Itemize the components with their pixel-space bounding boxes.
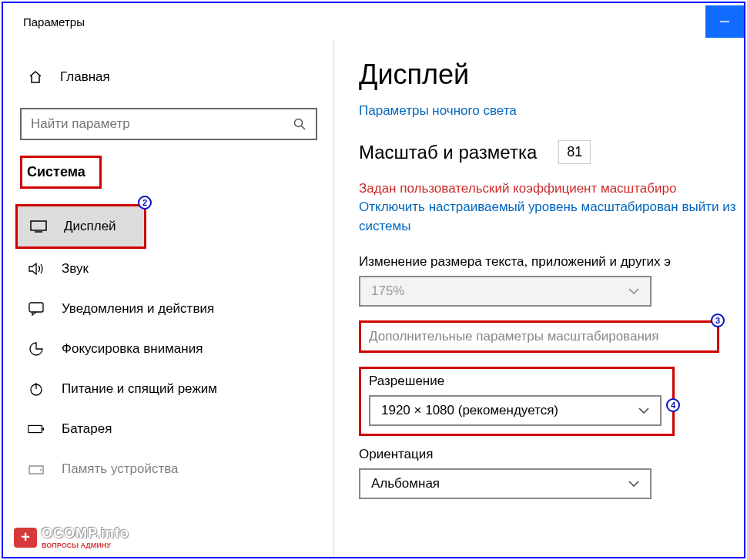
page-title: Дисплей [359, 59, 744, 91]
home-icon [28, 69, 43, 85]
night-light-link[interactable]: Параметры ночного света [359, 103, 744, 119]
sidebar-item-label: Память устройства [62, 461, 179, 477]
sidebar-item-label: Фокусировка внимания [62, 341, 203, 357]
search-input[interactable] [20, 108, 317, 140]
watermark: + OCOMP.info ВОПРОСЫ АДМИНУ [14, 525, 129, 549]
svg-line-2 [302, 126, 306, 130]
scale-value-input[interactable]: 81 [558, 140, 591, 164]
home-link[interactable]: Главная [20, 69, 333, 85]
sidebar-item-label: Батарея [62, 421, 112, 437]
watermark-line2: ВОПРОСЫ АДМИНУ [42, 542, 129, 549]
svg-rect-3 [31, 221, 46, 230]
focus-icon [28, 341, 45, 357]
minimize-button[interactable] [705, 5, 744, 38]
annotation-badge-3: 3 [711, 314, 725, 327]
settings-window: Параметры Главная Система [2, 2, 745, 558]
notifications-icon [28, 302, 45, 316]
sound-icon [28, 262, 45, 276]
storage-icon [28, 463, 45, 475]
svg-rect-8 [28, 425, 42, 432]
svg-point-1 [295, 119, 303, 127]
main-panel: Дисплей Параметры ночного света Масштаб … [334, 40, 744, 557]
scale-select-value: 175% [371, 283, 404, 299]
sidebar-item-focus[interactable]: Фокусировка внимания [3, 329, 317, 369]
resolution-select[interactable]: 1920 × 1080 (рекомендуется) [369, 395, 662, 426]
chevron-down-icon [638, 407, 649, 414]
search-icon [293, 117, 307, 131]
annotation-badge-4: 4 [666, 398, 680, 412]
svg-rect-9 [42, 428, 44, 431]
watermark-line1: OCOMP.info [42, 525, 129, 542]
scale-header-row: Масштаб и разметка 81 [359, 140, 744, 164]
home-label: Главная [60, 69, 110, 85]
resolution-group: Разрешение 1920 × 1080 (рекомендуется) 4 [359, 367, 675, 436]
window-title: Параметры [23, 15, 85, 29]
battery-icon [28, 424, 45, 434]
scale-warning: Задан пользовательский коэффициент масшт… [359, 181, 744, 196]
watermark-text: OCOMP.info ВОПРОСЫ АДМИНУ [42, 525, 129, 549]
advanced-scaling-link[interactable]: Дополнительные параметры масштабирования… [359, 320, 719, 353]
orientation-select-value: Альбомная [371, 476, 440, 491]
sidebar-item-display[interactable]: Дисплей 2 [15, 204, 146, 249]
watermark-icon: + [14, 528, 37, 548]
display-icon [30, 220, 47, 233]
resize-label: Изменение размера текста, приложений и д… [359, 254, 744, 270]
search-field[interactable] [31, 116, 293, 132]
power-icon [28, 381, 45, 397]
sidebar-item-storage[interactable]: Память устройства [3, 449, 317, 489]
chevron-down-icon [628, 288, 639, 294]
sidebar-section-system: Система [20, 156, 102, 189]
content-area: Главная Система Дисплей 2 Звук [3, 40, 744, 557]
orientation-select[interactable]: Альбомная [359, 468, 652, 499]
sidebar-item-power[interactable]: Питание и спящий режим [3, 369, 317, 409]
sidebar-item-label: Дисплей [64, 219, 116, 234]
titlebar: Параметры [3, 3, 744, 40]
sidebar-item-label: Звук [62, 261, 89, 277]
sidebar-item-label: Питание и спящий режим [62, 381, 217, 397]
resolution-label: Разрешение [369, 374, 665, 389]
scale-hint-link[interactable]: Отключить настраиваемый уровень масштаби… [359, 198, 744, 236]
resolution-select-value: 1920 × 1080 (рекомендуется) [381, 403, 558, 418]
sidebar-item-battery[interactable]: Батарея [3, 409, 317, 449]
sidebar-item-notifications[interactable]: Уведомления и действия [3, 289, 317, 329]
svg-rect-5 [29, 303, 43, 312]
chevron-down-icon [628, 481, 639, 487]
scale-header: Масштаб и разметка [359, 142, 537, 163]
sidebar-item-label: Уведомления и действия [62, 301, 214, 317]
minimize-icon [719, 16, 730, 27]
scale-select[interactable]: 175% [359, 276, 652, 307]
sidebar-item-sound[interactable]: Звук [3, 249, 317, 289]
advanced-link-text: Дополнительные параметры масштабирования [369, 329, 658, 344]
annotation-badge-2: 2 [138, 196, 152, 210]
orientation-label: Ориентация [359, 447, 744, 462]
sidebar: Главная Система Дисплей 2 Звук [3, 40, 334, 557]
nav-list: Дисплей 2 Звук Уведомления и действия Фо… [3, 204, 317, 489]
svg-point-11 [40, 469, 42, 471]
